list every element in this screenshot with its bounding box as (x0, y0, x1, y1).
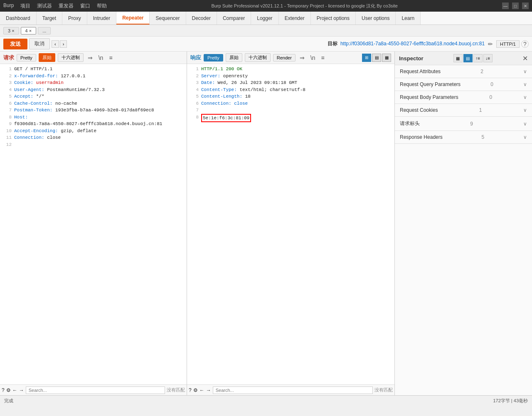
insp-view-grid[interactable]: ▦ (453, 54, 463, 62)
resp-search-prev[interactable]: ← (200, 387, 204, 393)
inspector-section-header-cookies[interactable]: Request Cookies 1 ∨ (395, 104, 532, 116)
menu-burp[interactable]: Burp (3, 2, 14, 10)
tab-user-options[interactable]: User options (356, 12, 396, 25)
cancel-button[interactable]: 取消 (29, 38, 50, 49)
next-button[interactable]: › (60, 40, 67, 48)
insp-title-body-params: Request Body Parameters (400, 94, 458, 100)
minimize-button[interactable]: — (502, 2, 509, 9)
inspector-section-header-req-attrs[interactable]: Request Attributes 2 ∨ (395, 65, 532, 78)
send-button[interactable]: 发送 (3, 39, 27, 49)
req-search-prev[interactable]: ← (12, 387, 17, 393)
tab-project-options[interactable]: Project options (311, 12, 356, 25)
req-icon-newline[interactable]: \n (97, 54, 105, 61)
resp-search-settings[interactable]: ⚙ (193, 387, 198, 393)
window-controls[interactable]: — □ ✕ (502, 2, 529, 9)
resp-icon-send[interactable]: ⇒ (298, 54, 306, 61)
tab-logger[interactable]: Logger (251, 12, 278, 25)
subtab-more[interactable]: ... (38, 27, 51, 34)
inspector-section-header-body-params[interactable]: Request Body Parameters 0 ∨ (395, 91, 532, 103)
status-text: 完成 (4, 398, 13, 404)
http-version-selector[interactable]: HTTP/1 (496, 40, 520, 48)
inspector-section-header-query-params[interactable]: Request Query Parameters 0 ∨ (395, 78, 532, 91)
target-label: 目标 (328, 41, 337, 47)
menu-help[interactable]: 帮助 (97, 2, 107, 10)
menu-window[interactable]: 窗口 (80, 2, 90, 10)
resp-search-help[interactable]: ? (189, 387, 192, 393)
resp-line-8: 8 5e:1e:f6:3c:81:09 (190, 114, 391, 123)
resp-format-raw[interactable]: 原始 (226, 53, 242, 62)
request-code[interactable]: 1 GET / HTTP/1.1 2 x-forwarded-for: 127.… (0, 64, 187, 384)
tab-target[interactable]: Target (37, 12, 62, 25)
titlebar-menu[interactable]: Burp 项目 测试器 重发器 窗口 帮助 (3, 2, 107, 10)
inspector-section-header-req-headers[interactable]: 请求标头 9 ∨ (395, 117, 532, 130)
tab-sequencer[interactable]: Sequencer (150, 12, 186, 25)
insp-sort-asc[interactable]: ↑≡ (473, 54, 483, 62)
close-button[interactable]: ✕ (522, 2, 529, 9)
edit-url-icon[interactable]: ✏ (488, 41, 493, 47)
response-code[interactable]: 1 HTTP/1.1 200 OK 2 Server: openresty 3 … (187, 64, 394, 384)
request-title: 请求 (3, 54, 14, 62)
tab-dashboard[interactable]: Dashboard (0, 12, 37, 25)
insp-count-req-attrs: 2 (480, 69, 483, 74)
menu-test[interactable]: 测试器 (37, 2, 52, 10)
resp-line-5: 5 Content-Length: 18 (190, 93, 391, 100)
tab-learn[interactable]: Learn (396, 12, 421, 25)
tab-extender[interactable]: Extender (279, 12, 311, 25)
menu-project[interactable]: 项目 (20, 2, 30, 10)
response-title: 响应 (190, 54, 201, 62)
req-no-match: 没有匹配 (167, 387, 185, 393)
subtab-4[interactable]: 4 × (21, 27, 37, 34)
response-search-input[interactable] (213, 386, 373, 394)
req-icon-menu[interactable]: ≡ (107, 54, 114, 61)
req-search-help[interactable]: ? (2, 387, 5, 393)
prev-button[interactable]: ‹ (52, 40, 59, 48)
inspector-section-cookies: Request Cookies 1 ∨ (395, 104, 532, 117)
resp-search-next[interactable]: → (206, 387, 211, 393)
view-horizontal[interactable]: ▦ (382, 54, 391, 62)
req-format-hex[interactable]: 十六进制 (58, 53, 84, 62)
resp-icon-menu[interactable]: ≡ (320, 54, 326, 61)
tab-comparer[interactable]: Comparer (217, 12, 251, 25)
inspector-section-header-resp-headers[interactable]: Response Headers 5 ∨ (395, 131, 532, 143)
request-panel: 请求 Pretty 原始 十六进制 ⇒ \n ≡ 1 GET / HTTP/1.… (0, 52, 187, 395)
view-vertical[interactable]: ▤ (372, 54, 381, 62)
req-search-next[interactable]: → (19, 387, 24, 393)
maximize-button[interactable]: □ (512, 2, 519, 9)
insp-title-resp-headers: Response Headers (400, 134, 443, 140)
inspector-sections: Request Attributes 2 ∨ Request Query Par… (395, 65, 532, 144)
tab-proxy[interactable]: Proxy (62, 12, 87, 25)
request-search-input[interactable] (26, 386, 165, 394)
resp-format-pretty[interactable]: Pretty (204, 54, 223, 62)
resp-format-hex[interactable]: 十六进制 (245, 53, 271, 62)
insp-title-req-attrs: Request Attributes (400, 69, 441, 74)
menu-resend[interactable]: 重发器 (59, 2, 74, 10)
sub-tabs: 3 × 4 × ... (0, 25, 532, 37)
insp-sort-desc[interactable]: ↓≡ (483, 54, 493, 62)
target-url-bar: 目标 http://f0306d81-7a8a-4550-8027-6efffc… (69, 40, 485, 47)
request-search-bar: ? ⚙ ← → 没有匹配 (0, 384, 187, 395)
insp-title-req-headers: 请求标头 (400, 120, 420, 127)
resp-icon-newline[interactable]: \n (309, 54, 317, 61)
resp-format-render[interactable]: Render (273, 54, 296, 62)
insp-view-list[interactable]: ▤ (463, 54, 473, 62)
inspector-view-buttons: ▦ ▤ ↑≡ ↓≡ (453, 54, 493, 62)
tab-intruder[interactable]: Intruder (87, 12, 116, 25)
subtab-3[interactable]: 3 × (3, 27, 19, 34)
insp-count-body-params: 0 (490, 94, 493, 100)
req-format-raw[interactable]: 原始 (39, 53, 55, 62)
req-line-9: 9 f0306d81-7a8a-4550-8027-6efffc3ba618.n… (3, 121, 183, 128)
req-search-settings[interactable]: ⚙ (6, 387, 11, 393)
tab-repeater[interactable]: Repeater (116, 12, 150, 25)
resp-line-1: 1 HTTP/1.1 200 OK (190, 66, 391, 73)
nav-tabs: Dashboard Target Proxy Intruder Repeater… (0, 12, 532, 25)
req-format-pretty[interactable]: Pretty (17, 54, 36, 62)
help-icon[interactable]: ? (521, 40, 529, 48)
insp-count-req-headers: 9 (470, 121, 473, 127)
tab-decoder[interactable]: Decoder (186, 12, 217, 25)
view-split[interactable]: ⊞ (362, 54, 371, 62)
inspector-title: Inspector (399, 55, 424, 62)
req-line-4: 4 User-Agent: PostmanRuntime/7.32.3 (3, 86, 183, 94)
req-icon-send[interactable]: ⇒ (86, 54, 94, 61)
req-line-11: 11 Connection: close (3, 134, 183, 141)
inspector-close-button[interactable]: ✕ (522, 54, 528, 62)
